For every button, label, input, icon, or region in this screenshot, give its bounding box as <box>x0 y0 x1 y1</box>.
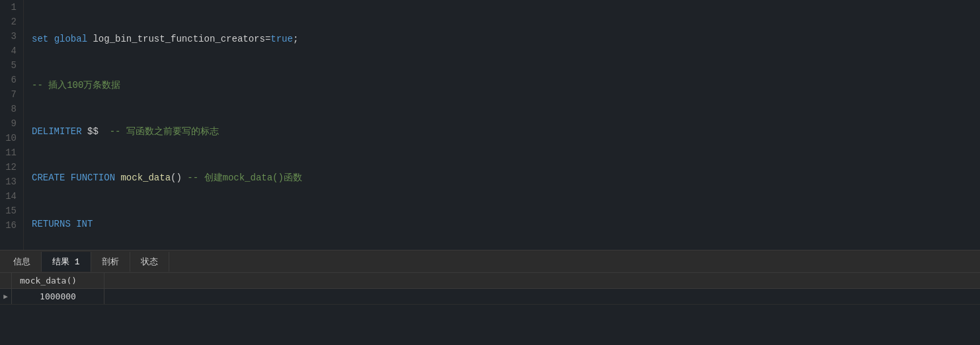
table-row: ▶ 1000000 <box>0 289 980 305</box>
tab-status[interactable]: 状态 <box>130 252 169 272</box>
code-line-5: RETURNS INT <box>32 217 980 231</box>
table-header: mock_data() <box>0 273 980 289</box>
code-line-4: CREATE FUNCTION mock_data() -- 创建mock_da… <box>32 171 980 185</box>
tab-info[interactable]: 信息 <box>3 252 42 272</box>
cell-value: 1000000 <box>12 289 104 304</box>
code-line-2: -- 插入100万条数据 <box>32 78 980 93</box>
row-arrow: ▶ <box>0 289 12 304</box>
code-editor[interactable]: set global log_bin_trust_function_creato… <box>24 0 980 250</box>
column-header: mock_data() <box>12 273 104 288</box>
tab-results[interactable]: 结果 1 <box>42 252 91 272</box>
tabs-bar: 信息 结果 1 剖析 状态 <box>0 250 980 272</box>
code-line-3: DELIMITER $$ -- 写函数之前要写的标志 <box>32 124 980 139</box>
th-arrow <box>0 273 12 288</box>
line-numbers: 1 2 3 4 5 6 7 8 9 10 11 12 13 14 15 16 <box>0 0 24 250</box>
code-line-1: set global log_bin_trust_function_creato… <box>32 32 980 46</box>
results-area: mock_data() ▶ 1000000 <box>0 272 980 345</box>
tab-profile[interactable]: 剖析 <box>91 252 130 272</box>
editor-area: 1 2 3 4 5 6 7 8 9 10 11 12 13 14 15 16 s… <box>0 0 980 250</box>
code-container: 1 2 3 4 5 6 7 8 9 10 11 12 13 14 15 16 s… <box>0 0 980 250</box>
